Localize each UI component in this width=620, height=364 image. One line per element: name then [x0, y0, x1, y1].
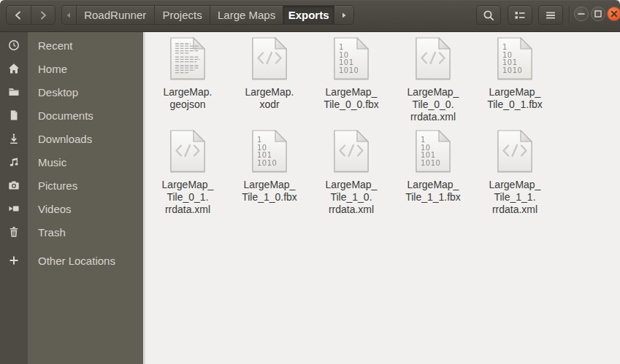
sidebar-item-downloads[interactable]: Downloads: [0, 127, 143, 150]
file-type-icon: [334, 37, 369, 80]
file-item[interactable]: LargeMap_ Tile_0_1. rrdata.xml: [147, 130, 229, 222]
menu-button[interactable]: [538, 5, 563, 25]
file-item[interactable]: LargeMap. xodr: [229, 37, 310, 130]
titlebar: RoadRunner Projects Large Maps Exports: [0, 0, 620, 32]
sidebar-label: Other Locations: [28, 255, 115, 267]
maximize-icon: [592, 7, 605, 20]
places-sidebar: Recent Home Desktop Documents Downloads …: [0, 32, 143, 364]
sidebar-item-music[interactable]: Music: [0, 150, 143, 174]
file-item[interactable]: LargeMap_ Tile_1_1. rrdata.xml: [474, 130, 556, 222]
file-type-icon: [170, 130, 205, 172]
sidebar-label: Desktop: [28, 86, 78, 98]
file-item[interactable]: LargeMap_ Tile_0_0. rrdata.xml: [392, 37, 474, 130]
file-type-icon: [170, 37, 205, 80]
sidebar-label: Videos: [28, 203, 72, 215]
file-item[interactable]: LargeMap_ Tile_1_1.fbx: [392, 130, 474, 222]
file-type-icon: [416, 130, 451, 172]
home-icon: [0, 63, 28, 74]
file-type-icon: [334, 130, 369, 172]
sidebar-item-trash[interactable]: Trash: [0, 220, 143, 244]
document-icon: [0, 109, 28, 121]
sidebar-item-other-locations[interactable]: Other Locations: [0, 249, 143, 272]
history-nav-group: [6, 5, 56, 25]
sidebar-item-documents[interactable]: Documents: [0, 104, 143, 127]
file-name-label: LargeMap. xodr: [245, 86, 294, 111]
download-icon: [0, 133, 28, 144]
sidebar-item-desktop[interactable]: Desktop: [0, 80, 143, 104]
breadcrumb-scroll-left-icon: [63, 9, 74, 21]
music-notes-icon: [0, 156, 28, 168]
breadcrumb-large-maps[interactable]: Large Maps: [210, 6, 282, 24]
files-grid: LargeMap. geojson LargeMap. xodr LargeMa…: [147, 37, 556, 222]
breadcrumb-scroll-right-button[interactable]: [334, 6, 353, 24]
plus-icon: [0, 255, 28, 266]
search-icon: [483, 9, 494, 21]
window-controls-separator: [569, 6, 570, 23]
file-item[interactable]: LargeMap_ Tile_0_0.fbx: [310, 37, 392, 130]
file-type-icon: [252, 37, 287, 80]
file-item[interactable]: LargeMap_ Tile_1_0.fbx: [229, 130, 310, 222]
file-name-label: LargeMap_ Tile_0_0. rrdata.xml: [407, 86, 459, 123]
trash-icon: [0, 226, 28, 238]
folder-icon: [0, 86, 28, 98]
file-name-label: LargeMap_ Tile_0_1. rrdata.xml: [162, 179, 214, 216]
maximize-button[interactable]: [591, 7, 605, 21]
menu-icon: [545, 9, 556, 21]
sidebar-label: Recent: [28, 39, 73, 52]
minimize-icon: [575, 7, 588, 20]
file-name-label: LargeMap_ Tile_1_1. rrdata.xml: [489, 179, 541, 216]
sidebar-label: Downloads: [28, 133, 92, 145]
file-name-label: LargeMap_ Tile_1_0. rrdata.xml: [326, 179, 378, 216]
breadcrumb-exports[interactable]: Exports: [283, 6, 334, 24]
file-name-label: LargeMap_ Tile_1_0.fbx: [242, 179, 297, 204]
breadcrumb-scroll-left-button[interactable]: [62, 6, 76, 24]
forward-button[interactable]: [31, 6, 56, 24]
clock-icon: [0, 39, 28, 51]
file-type-icon: [252, 130, 287, 172]
files-view[interactable]: LargeMap. geojson LargeMap. xodr LargeMa…: [145, 32, 620, 364]
file-item[interactable]: LargeMap. geojson: [147, 37, 229, 130]
breadcrumb: RoadRunner Projects Large Maps Exports: [61, 5, 354, 25]
sidebar-label: Music: [28, 156, 66, 169]
forward-icon: [37, 9, 49, 21]
breadcrumb-scroll-right-icon: [338, 9, 350, 21]
back-button[interactable]: [7, 6, 31, 24]
file-name-label: LargeMap_ Tile_0_0.fbx: [324, 86, 379, 111]
file-name-label: LargeMap_ Tile_1_1.fbx: [405, 179, 461, 204]
view-toggle-button[interactable]: [508, 5, 532, 25]
sidebar-label: Trash: [28, 226, 66, 239]
file-type-icon: [497, 37, 532, 80]
file-item[interactable]: LargeMap_ Tile_0_1.fbx: [474, 37, 556, 130]
sidebar-item-home[interactable]: Home: [0, 57, 143, 80]
file-type-icon: [416, 37, 451, 80]
video-camera-icon: [0, 203, 28, 214]
back-icon: [12, 9, 24, 21]
breadcrumb-projects[interactable]: Projects: [154, 6, 210, 24]
sidebar-label: Home: [28, 63, 67, 75]
sidebar-item-videos[interactable]: Videos: [0, 197, 143, 220]
close-button[interactable]: [607, 7, 620, 21]
sidebar-item-recent[interactable]: Recent: [0, 34, 143, 57]
close-icon: [608, 7, 620, 20]
file-item[interactable]: LargeMap_ Tile_1_0. rrdata.xml: [310, 130, 392, 222]
file-name-label: LargeMap_ Tile_0_1.fbx: [487, 86, 543, 111]
sidebar-item-pictures[interactable]: Pictures: [0, 174, 143, 197]
file-type-icon: [497, 130, 532, 172]
sidebar-label: Documents: [28, 109, 93, 122]
list-view-icon: [514, 9, 526, 21]
sidebar-label: Pictures: [28, 179, 77, 192]
minimize-button[interactable]: [574, 7, 589, 21]
search-button[interactable]: [476, 5, 501, 25]
breadcrumb-roadrunner[interactable]: RoadRunner: [76, 6, 154, 24]
camera-icon: [0, 179, 28, 191]
file-name-label: LargeMap. geojson: [164, 86, 213, 111]
